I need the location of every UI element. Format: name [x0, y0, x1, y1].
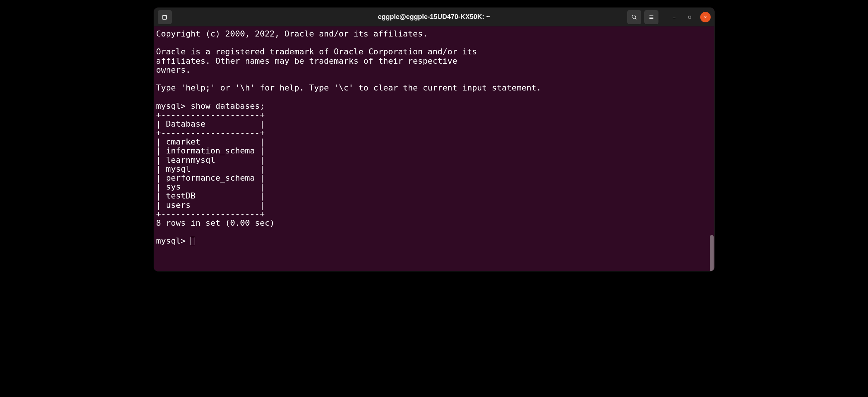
maximize-button[interactable] — [685, 12, 695, 22]
new-tab-button[interactable] — [158, 10, 172, 24]
table-row: | mysql | — [156, 164, 265, 174]
cursor — [191, 237, 195, 245]
table-border: +--------------------+ — [156, 128, 265, 137]
mysql-prompt: mysql> — [156, 236, 191, 245]
svg-point-3 — [632, 15, 635, 18]
maximize-icon — [687, 15, 692, 20]
svg-line-4 — [635, 18, 636, 19]
table-row: | testDB | — [156, 191, 265, 200]
help-text: Type 'help;' or '\h' for help. Type '\c'… — [156, 83, 541, 92]
mysql-prompt: mysql> — [156, 101, 191, 111]
trademark-text: owners. — [156, 65, 191, 74]
command-text: show databases; — [191, 101, 265, 111]
table-row: | cmarket | — [156, 137, 265, 146]
table-row: | sys | — [156, 182, 265, 191]
table-row: | learnmysql | — [156, 155, 265, 165]
hamburger-icon — [648, 14, 655, 20]
svg-rect-9 — [689, 16, 691, 18]
copyright-text: Copyright (c) 2000, 2022, Oracle and/or … — [156, 29, 428, 38]
close-icon — [703, 15, 708, 20]
minimize-icon — [672, 15, 677, 20]
trademark-text: affiliates. Other names may be trademark… — [156, 56, 457, 66]
minimize-button[interactable] — [669, 12, 679, 22]
scrollbar[interactable] — [710, 235, 714, 271]
table-header: | Database | — [156, 119, 265, 128]
search-icon — [631, 14, 638, 20]
result-summary: 8 rows in set (0.00 sec) — [156, 218, 275, 228]
table-border: +--------------------+ — [156, 209, 265, 219]
terminal-body[interactable]: Copyright (c) 2000, 2022, Oracle and/or … — [154, 26, 714, 271]
table-row: | users | — [156, 200, 265, 210]
table-border: +--------------------+ — [156, 110, 265, 120]
trademark-text: Oracle is a registered trademark of Orac… — [156, 47, 477, 56]
terminal-window: eggpie@eggpie-15UD470-KX50K: ~ — [154, 7, 715, 271]
table-row: | information_schema | — [156, 146, 265, 155]
search-button[interactable] — [627, 10, 641, 24]
menu-button[interactable] — [644, 10, 658, 24]
close-button[interactable] — [700, 12, 711, 22]
new-tab-icon — [161, 14, 168, 20]
window-title: eggpie@eggpie-15UD470-KX50K: ~ — [378, 13, 490, 21]
table-row: | performance_schema | — [156, 173, 265, 182]
titlebar: eggpie@eggpie-15UD470-KX50K: ~ — [154, 8, 714, 26]
